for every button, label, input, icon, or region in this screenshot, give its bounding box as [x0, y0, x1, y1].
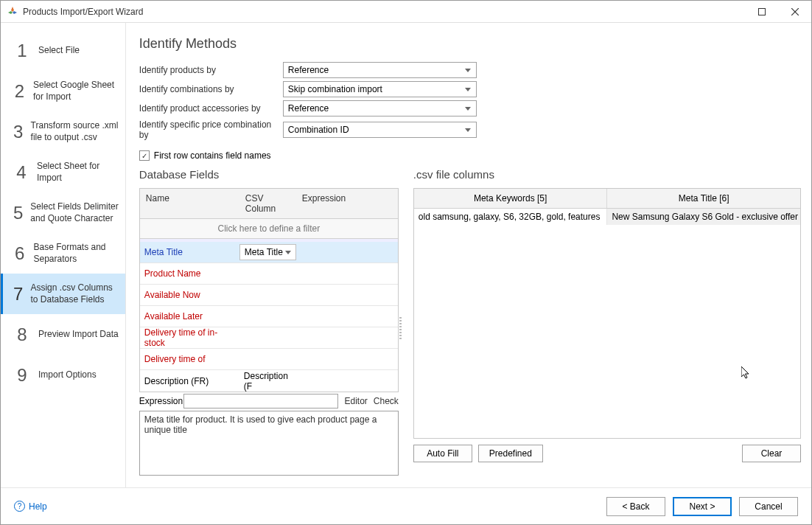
- cancel-button[interactable]: Cancel: [739, 497, 798, 516]
- db-row-available-now[interactable]: Available Now: [140, 285, 398, 306]
- step-7[interactable]: 7Assign .csv Columns to Database Fields: [1, 274, 125, 314]
- csv-cell-meta-keywords[interactable]: old samsung, galaxy, S6, 32GB, gold, fea…: [414, 209, 608, 225]
- step-9[interactable]: 9Import Options: [1, 355, 125, 395]
- titlebar: Products Import/Export Wizard: [1, 1, 811, 23]
- expression-label: Expression: [139, 396, 183, 406]
- identify-products-label: Identify products by: [139, 65, 283, 75]
- db-table-header: Name CSV Column Expression: [140, 189, 398, 219]
- help-link[interactable]: ? Help: [14, 501, 47, 512]
- identify-accessories-select[interactable]: Reference: [283, 100, 477, 117]
- identify-accessories-label: Identify product accessories by: [139, 103, 283, 114]
- editor-link[interactable]: Editor: [344, 396, 367, 406]
- help-icon: ?: [14, 501, 25, 512]
- step-2[interactable]: 2Select Google Sheet for Import: [1, 71, 125, 111]
- step-3[interactable]: 3Transform source .xml file to output .c…: [1, 111, 125, 152]
- db-row-delivery-of[interactable]: Delivery time of: [140, 349, 398, 370]
- svg-rect-0: [758, 8, 765, 15]
- db-col-csv[interactable]: CSV Column: [239, 189, 296, 218]
- database-fields-table: Name CSV Column Expression Click here to…: [139, 188, 399, 392]
- identify-products-select[interactable]: Reference: [283, 62, 477, 78]
- wizard-footer: ? Help < Back Next > Cancel: [1, 487, 811, 524]
- identify-combinations-label: Identify combinations by: [139, 84, 283, 94]
- app-icon: [7, 6, 18, 18]
- autofill-button[interactable]: Auto Fill: [413, 445, 472, 462]
- csv-columns-heading: .csv file columns: [413, 168, 801, 181]
- step-4[interactable]: 4Select Sheet for Import: [1, 152, 125, 192]
- csv-col-header-meta-keywords[interactable]: Meta Keywords [5]: [414, 189, 608, 208]
- wizard-steps-sidebar: 1Select File 2Select Google Sheet for Im…: [1, 23, 126, 487]
- field-description: Meta title for product. It is used to gi…: [139, 411, 399, 476]
- step-5[interactable]: 5Select Fields Delimiter and Quote Chara…: [1, 192, 125, 233]
- clear-button[interactable]: Clear: [742, 445, 801, 462]
- main-panel: Identify Methods Identify products byRef…: [126, 23, 811, 487]
- identify-price-combination-label: Identify specific price combination by: [139, 119, 283, 140]
- step-1[interactable]: 1Select File: [1, 30, 125, 71]
- window-title: Products Import/Export Wizard: [23, 7, 745, 17]
- csv-col-header-meta-title[interactable]: Meta Title [6]: [607, 189, 800, 208]
- expression-input[interactable]: [183, 394, 339, 408]
- db-row-delivery-instock[interactable]: Delivery time of in-stock: [140, 327, 398, 349]
- first-row-fieldnames-label: First row contains field names: [154, 150, 271, 161]
- db-row-csv-select[interactable]: Meta Title: [239, 244, 296, 260]
- db-row-meta-title[interactable]: Meta Title Meta Title: [140, 242, 398, 263]
- identify-combinations-select[interactable]: Skip combination import: [283, 81, 477, 97]
- check-link[interactable]: Check: [374, 396, 399, 406]
- close-button[interactable]: [778, 1, 811, 22]
- identify-heading: Identify Methods: [139, 36, 801, 52]
- vertical-splitter[interactable]: [399, 168, 403, 487]
- first-row-fieldnames-checkbox[interactable]: ✓: [139, 150, 150, 161]
- next-button[interactable]: Next >: [673, 497, 732, 516]
- step-6[interactable]: 6Base Formats and Separators: [1, 233, 125, 274]
- db-row-description-fr[interactable]: Description (FR)Description (F: [140, 370, 398, 392]
- db-filter-row[interactable]: Click here to define a filter: [140, 219, 398, 239]
- identify-price-combination-select[interactable]: Combination ID: [283, 122, 477, 138]
- db-col-name[interactable]: Name: [140, 189, 239, 218]
- csv-cell-meta-title[interactable]: New Samsung Galaxy S6 Gold - exclusive o…: [607, 209, 800, 225]
- database-fields-heading: Database Fields: [139, 168, 399, 181]
- predefined-button[interactable]: Predefined: [478, 445, 543, 462]
- db-row-available-later[interactable]: Available Later: [140, 306, 398, 327]
- maximize-button[interactable]: [745, 1, 778, 22]
- db-row-product-name[interactable]: Product Name: [140, 263, 398, 285]
- csv-columns-grid: Meta Keywords [5] Meta Title [6] old sam…: [413, 188, 801, 439]
- db-col-expr[interactable]: Expression: [296, 189, 398, 218]
- back-button[interactable]: < Back: [606, 497, 665, 516]
- step-8[interactable]: 8Preview Import Data: [1, 314, 125, 355]
